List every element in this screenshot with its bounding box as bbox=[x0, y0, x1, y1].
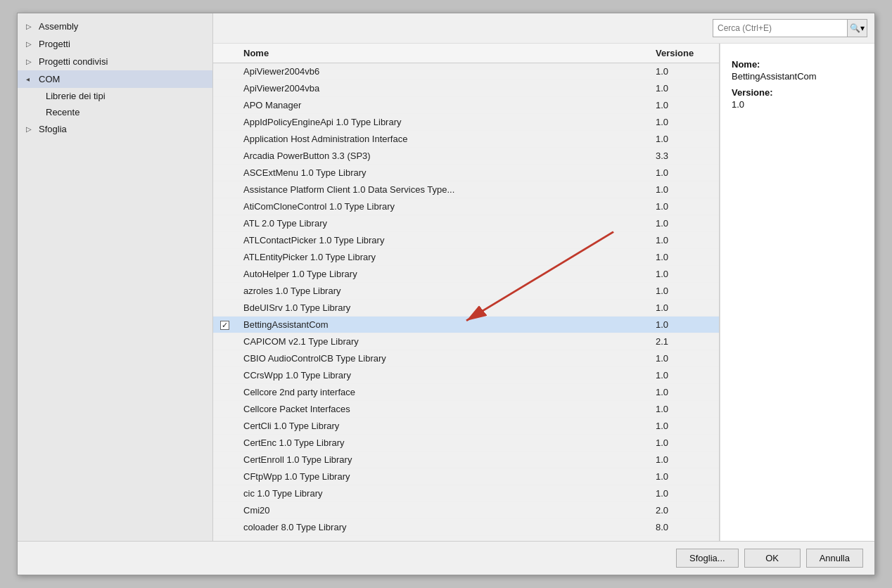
table-row[interactable]: AtiComCloneControl 1.0 Type Library1.0 bbox=[213, 198, 719, 215]
table-row[interactable]: Assistance Platform Client 1.0 Data Serv… bbox=[213, 181, 719, 198]
row-version: 1.0 bbox=[649, 181, 719, 198]
row-checkbox-cell[interactable] bbox=[213, 63, 236, 80]
row-version: 2.1 bbox=[649, 333, 719, 350]
references-table[interactable]: Nome Versione ApiViewer2004vb61.0ApiView… bbox=[213, 44, 720, 541]
row-name: Application Host Administration Interfac… bbox=[236, 131, 649, 148]
row-checkbox-cell[interactable] bbox=[213, 266, 236, 283]
sidebar-item-com[interactable]: ◂ COM bbox=[18, 70, 212, 88]
row-checkbox-cell[interactable] bbox=[213, 452, 236, 468]
table-row[interactable]: CBIO AudioControlCB Type Library1.0 bbox=[213, 350, 719, 367]
search-input[interactable] bbox=[713, 22, 847, 34]
table-row[interactable]: AppIdPolicyEngineApi 1.0 Type Library1.0 bbox=[213, 114, 719, 131]
table-row[interactable]: coloader 8.0 Type Library8.0 bbox=[213, 519, 719, 536]
row-checkbox-cell[interactable] bbox=[213, 485, 236, 502]
row-name: azroles 1.0 Type Library bbox=[236, 283, 649, 300]
table-row[interactable]: Cellcore Packet Interfaces1.0 bbox=[213, 401, 719, 418]
row-checkbox-cell[interactable] bbox=[213, 283, 236, 300]
row-checkbox-cell[interactable] bbox=[213, 148, 236, 165]
checkbox-checked[interactable] bbox=[220, 321, 229, 330]
search-box[interactable]: 🔍▾ bbox=[713, 19, 867, 37]
row-checkbox-cell[interactable] bbox=[213, 249, 236, 266]
row-checkbox-cell[interactable] bbox=[213, 468, 236, 485]
arrow-icon: ▷ bbox=[26, 23, 36, 30]
row-checkbox-cell[interactable] bbox=[213, 97, 236, 114]
sidebar-item-progetti[interactable]: ▷ Progetti bbox=[18, 35, 212, 53]
table-row[interactable]: azroles 1.0 Type Library1.0 bbox=[213, 283, 719, 300]
row-checkbox-cell[interactable] bbox=[213, 333, 236, 350]
row-version: 1.0 bbox=[649, 249, 719, 266]
expand-icon: ◂ bbox=[26, 75, 36, 83]
row-name: Cellcore 2nd party interface bbox=[236, 384, 649, 401]
row-checkbox-cell[interactable] bbox=[213, 519, 236, 536]
row-name: AutoHelper 1.0 Type Library bbox=[236, 266, 649, 283]
table-row[interactable]: Arcadia PowerButton 3.3 (SP3)3.3 bbox=[213, 148, 719, 165]
sidebar-item-label: Progetti bbox=[39, 39, 70, 49]
top-bar: 🔍▾ bbox=[213, 13, 874, 44]
table-row[interactable]: APO Manager1.0 bbox=[213, 97, 719, 114]
row-checkbox-cell[interactable] bbox=[213, 317, 236, 333]
row-checkbox-cell[interactable] bbox=[213, 198, 236, 215]
row-checkbox-cell[interactable] bbox=[213, 114, 236, 131]
row-checkbox-cell[interactable] bbox=[213, 502, 236, 519]
row-name: CertCli 1.0 Type Library bbox=[236, 418, 649, 435]
table-row[interactable]: Cellcore 2nd party interface1.0 bbox=[213, 384, 719, 401]
row-checkbox-cell[interactable] bbox=[213, 181, 236, 198]
row-checkbox-cell[interactable] bbox=[213, 350, 236, 367]
row-checkbox-cell[interactable] bbox=[213, 367, 236, 384]
table-row[interactable]: ATLEntityPicker 1.0 Type Library1.0 bbox=[213, 249, 719, 266]
sidebar-sub-label: Recente bbox=[23, 107, 79, 117]
ok-button[interactable]: OK bbox=[744, 549, 801, 568]
row-name: ASCExtMenu 1.0 Type Library bbox=[236, 165, 649, 181]
table-row[interactable]: ApiViewer2004vba1.0 bbox=[213, 80, 719, 97]
row-name: CertEnc 1.0 Type Library bbox=[236, 435, 649, 452]
row-checkbox-cell[interactable] bbox=[213, 131, 236, 148]
row-version: 1.0 bbox=[649, 232, 719, 249]
reference-manager-dialog: ▷ Assembly ▷ Progetti ▷ Progetti condivi… bbox=[17, 13, 875, 575]
table-row[interactable]: cic 1.0 Type Library1.0 bbox=[213, 485, 719, 502]
table-row[interactable]: CFtpWpp 1.0 Type Library1.0 bbox=[213, 468, 719, 485]
table-row[interactable]: CAPICOM v2.1 Type Library2.1 bbox=[213, 333, 719, 350]
table-row[interactable]: Cmi202.0 bbox=[213, 502, 719, 519]
row-checkbox-cell[interactable] bbox=[213, 418, 236, 435]
row-checkbox-cell[interactable] bbox=[213, 300, 236, 317]
table-row[interactable]: ASCExtMenu 1.0 Type Library1.0 bbox=[213, 165, 719, 181]
table-row[interactable]: CCrsWpp 1.0 Type Library1.0 bbox=[213, 367, 719, 384]
row-checkbox-cell[interactable] bbox=[213, 232, 236, 249]
row-checkbox-cell[interactable] bbox=[213, 165, 236, 181]
row-name: BdeUISrv 1.0 Type Library bbox=[236, 300, 649, 317]
table-row[interactable]: BettingAssistantCom1.0 bbox=[213, 317, 719, 333]
row-checkbox-cell[interactable] bbox=[213, 401, 236, 418]
detail-versione-label: Versione: bbox=[732, 87, 863, 98]
sidebar-item-sfoglia[interactable]: ▷ Sfoglia bbox=[18, 120, 212, 138]
table-row[interactable]: BdeUISrv 1.0 Type Library1.0 bbox=[213, 300, 719, 317]
table-row[interactable]: ATL 2.0 Type Library1.0 bbox=[213, 215, 719, 232]
row-checkbox-cell[interactable] bbox=[213, 80, 236, 97]
table-row[interactable]: ATLContactPicker 1.0 Type Library1.0 bbox=[213, 232, 719, 249]
row-version: 1.0 bbox=[649, 468, 719, 485]
table-row[interactable]: AutoHelper 1.0 Type Library1.0 bbox=[213, 266, 719, 283]
row-version: 1.0 bbox=[649, 418, 719, 435]
col-header-nome: Nome bbox=[236, 44, 649, 63]
sidebar-item-assembly[interactable]: ▷ Assembly bbox=[18, 18, 212, 35]
row-version: 2.0 bbox=[649, 502, 719, 519]
row-checkbox-cell[interactable] bbox=[213, 435, 236, 452]
table-row[interactable]: CertEnroll 1.0 Type Library1.0 bbox=[213, 452, 719, 468]
table-row[interactable]: ApiViewer2004vb61.0 bbox=[213, 63, 719, 80]
table-row[interactable]: Application Host Administration Interfac… bbox=[213, 131, 719, 148]
table-row[interactable]: CertEnc 1.0 Type Library1.0 bbox=[213, 435, 719, 452]
bottom-bar: Sfoglia... OK Annulla bbox=[18, 541, 874, 575]
search-button[interactable]: 🔍▾ bbox=[847, 20, 867, 37]
sidebar: ▷ Assembly ▷ Progetti ▷ Progetti condivi… bbox=[18, 13, 213, 541]
row-checkbox-cell[interactable] bbox=[213, 215, 236, 232]
sidebar-item-progetti-condivisi[interactable]: ▷ Progetti condivisi bbox=[18, 53, 212, 70]
table-row[interactable]: CertCli 1.0 Type Library1.0 bbox=[213, 418, 719, 435]
row-version: 8.0 bbox=[649, 519, 719, 536]
row-version: 3.3 bbox=[649, 148, 719, 165]
row-version: 1.0 bbox=[649, 317, 719, 333]
sfoglia-button[interactable]: Sfoglia... bbox=[676, 549, 739, 568]
sidebar-item-recente[interactable]: Recente bbox=[18, 104, 212, 120]
sidebar-item-librerie[interactable]: Librerie dei tipi bbox=[18, 88, 212, 104]
row-version: 1.0 bbox=[649, 452, 719, 468]
annulla-button[interactable]: Annulla bbox=[806, 549, 863, 568]
row-checkbox-cell[interactable] bbox=[213, 384, 236, 401]
